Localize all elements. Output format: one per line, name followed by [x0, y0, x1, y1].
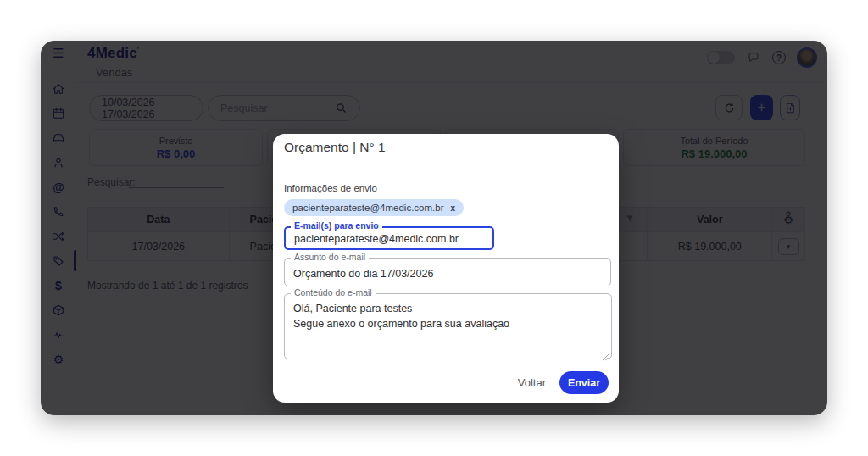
subject-field-wrap: Assunto do e-mail [284, 258, 611, 286]
email-field-wrap: E-mail(s) para envio [284, 226, 494, 250]
body-textarea[interactable]: Olá, Paciente para testes Segue anexo o … [284, 293, 612, 359]
body-field-label: Conteúdo do e-mail [291, 288, 376, 298]
subject-field-label: Assunto do e-mail [291, 253, 369, 263]
chip-close-icon[interactable]: x [451, 203, 456, 213]
send-info-label: Informações de envio [284, 183, 609, 193]
email-field-label: E-mail(s) para envio [291, 221, 382, 231]
back-button[interactable]: Voltar [518, 376, 546, 389]
modal-title: Orçamento | N° 1 [284, 140, 609, 155]
recipient-chip-text: pacienteparateste@4medic.com.br [292, 203, 444, 213]
body-field-wrap: Conteúdo do e-mail Olá, Paciente para te… [284, 293, 612, 359]
app-window: ☰ @ $ ⚙ 4Medic' Vendas ? 10/03/2026 - 17 [41, 41, 827, 415]
orcamento-modal: Orçamento | N° 1 Informações de envio pa… [273, 134, 619, 403]
send-button[interactable]: Enviar [559, 371, 609, 394]
recipient-chip[interactable]: pacienteparateste@4medic.com.br x [284, 199, 464, 216]
